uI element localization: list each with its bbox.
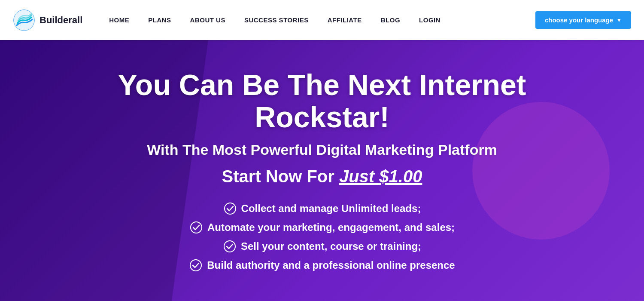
svg-point-4 [190,260,201,271]
nav-home[interactable]: HOME [100,0,139,40]
nav-login[interactable]: LOGIN [410,0,450,40]
svg-point-2 [191,222,202,233]
nav-plans[interactable]: PLANS [139,0,180,40]
hero-title: You Can Be The Next Internet Rockstar! [64,69,580,133]
hero-price-value: Just $1.00 [339,167,422,186]
hero-feature-2: Automate your marketing, engagement, and… [189,221,455,234]
check-icon-2 [189,221,203,234]
svg-point-1 [225,203,236,214]
hero-feature-1: Collect and manage Unlimited leads; [223,202,421,215]
check-icon-4 [189,258,203,272]
hero-feature-4: Build authority and a professional onlin… [189,258,455,272]
logo-icon [13,9,35,31]
logo-text: Builderall [39,15,82,26]
nav-affiliate[interactable]: AFFILIATE [318,0,371,40]
hero-price: Start Now For Just $1.00 [64,167,580,186]
navbar: Builderall HOME PLANS ABOUT US SUCCESS S… [0,0,644,40]
hero-subtitle: With The Most Powerful Digital Marketing… [64,141,580,158]
nav-about[interactable]: ABOUT US [181,0,235,40]
language-button[interactable]: choose your language ▼ [535,11,631,29]
check-icon-3 [223,240,237,253]
hero-content: You Can Be The Next Internet Rockstar! W… [64,69,580,273]
nav-success-stories[interactable]: SUCCESS STORIES [235,0,318,40]
language-button-label: choose your language [545,16,613,24]
nav-blog[interactable]: BLOG [371,0,410,40]
chevron-down-icon: ▼ [617,17,622,23]
hero-section: You Can Be The Next Internet Rockstar! W… [0,40,644,301]
nav-links: HOME PLANS ABOUT US SUCCESS STORIES AFFI… [100,0,535,40]
hero-feature-3: Sell your content, course or training; [223,240,421,253]
svg-point-3 [224,241,235,252]
hero-features-list: Collect and manage Unlimited leads; Auto… [64,202,580,272]
check-icon-1 [223,202,237,215]
logo-link[interactable]: Builderall [13,9,82,31]
hero-price-prefix: Start Now For [222,167,339,186]
